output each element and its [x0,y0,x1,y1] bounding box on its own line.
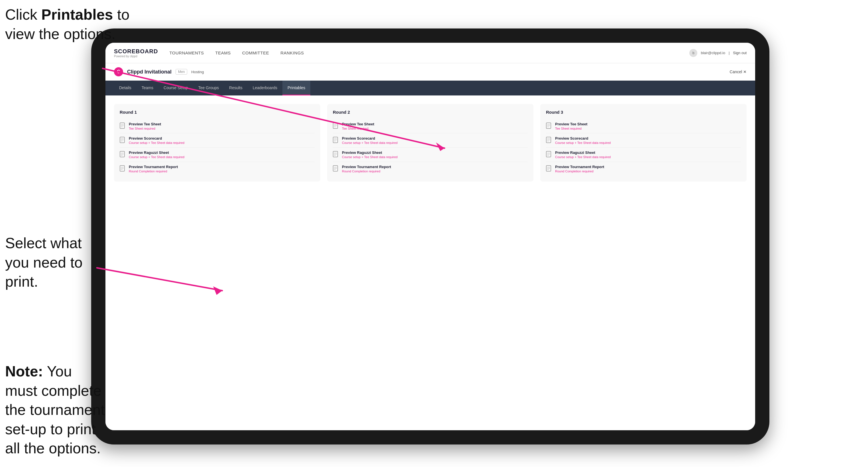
sign-out-link[interactable]: Sign out [733,51,747,55]
logo-title: SCOREBOARD [114,48,158,55]
r2-raguzzi-text: Preview Raguzzi Sheet Course setup + Tee… [342,150,398,159]
nav-rankings[interactable]: RANKINGS [280,51,304,55]
tab-printables[interactable]: Printables [282,81,310,95]
r3-raguzzi-subtitle: Course setup + Tee Sheet data required [555,155,611,159]
annotation-top: Click Printables toview the options. [5,5,129,43]
tournament-logo: C [114,67,123,76]
app-container: SCOREBOARD Powered by clippd TOURNAMENTS… [105,43,755,430]
scoreboard-logo: SCOREBOARD Powered by clippd [114,48,158,58]
r3-scorecard-subtitle: Course setup + Tee Sheet data required [555,141,611,145]
tab-tee-groups[interactable]: Tee Groups [193,81,224,95]
r3-report-text: Preview Tournament Report Round Completi… [555,165,604,173]
r2-raguzzi-title: Preview Raguzzi Sheet [342,150,398,155]
r2-tee-sheet-title: Preview Tee Sheet [342,122,374,126]
r3-tournament-report[interactable]: Preview Tournament Report Round Completi… [546,162,741,176]
r1-tee-sheet[interactable]: Preview Tee Sheet Tee Sheet required [120,119,315,133]
r1-tee-sheet-text: Preview Tee Sheet Tee Sheet required [129,122,161,130]
r1-scorecard-title: Preview Scorecard [129,136,184,141]
tab-results[interactable]: Results [224,81,248,95]
r3-raguzzi-text: Preview Raguzzi Sheet Course setup + Tee… [555,150,611,159]
top-nav-links: TOURNAMENTS TEAMS COMMITTEE RANKINGS [169,51,689,55]
r3-tee-sheet-subtitle: Tee Sheet required [555,127,587,130]
cancel-button[interactable]: Cancel ✕ [730,69,747,74]
tournament-title-row: C Clippd Invitational Men Hosting [114,67,204,76]
tournament-badge: Men [176,69,187,75]
r3-raguzzi-title: Preview Raguzzi Sheet [555,150,611,155]
rounds-grid: Round 1 Preview Tee Sheet Tee [114,104,747,182]
document-icon [120,123,126,130]
r3-tee-sheet-text: Preview Tee Sheet Tee Sheet required [555,122,587,130]
tournament-header: C Clippd Invitational Men Hosting Cancel… [105,63,755,81]
tab-course-setup[interactable]: Course Setup [158,81,193,95]
round-2-title: Round 2 [333,110,528,115]
sub-nav: Details Teams Course Setup Tee Groups Re… [105,81,755,95]
r1-report-text: Preview Tournament Report Round Completi… [129,165,178,173]
tablet-frame: SCOREBOARD Powered by clippd TOURNAMENTS… [91,29,769,444]
r2-doc-icon-3 [333,151,339,158]
r2-scorecard-title: Preview Scorecard [342,136,398,141]
r1-tee-sheet-title: Preview Tee Sheet [129,122,161,126]
round-3-title: Round 3 [546,110,741,115]
r3-raguzzi[interactable]: Preview Raguzzi Sheet Course setup + Tee… [546,148,741,162]
tournament-status: Hosting [191,70,204,74]
r1-tournament-report[interactable]: Preview Tournament Report Round Completi… [120,162,315,176]
r1-raguzzi-subtitle: Course setup + Tee Sheet data required [129,155,184,159]
logo-sub: Powered by clippd [114,55,158,58]
nav-teams[interactable]: TEAMS [215,51,231,55]
r2-tournament-report[interactable]: Preview Tournament Report Round Completi… [333,162,528,176]
r1-scorecard-text: Preview Scorecard Course setup + Tee She… [129,136,184,145]
r3-scorecard[interactable]: Preview Scorecard Course setup + Tee She… [546,133,741,148]
tablet-screen: SCOREBOARD Powered by clippd TOURNAMENTS… [105,43,755,430]
r1-tee-sheet-subtitle: Tee Sheet required [129,127,161,130]
r2-scorecard[interactable]: Preview Scorecard Course setup + Tee She… [333,133,528,148]
r1-raguzzi-text: Preview Raguzzi Sheet Course setup + Tee… [129,150,184,159]
annotation-middle: Select what you need to print. [5,234,96,291]
annotation-bold: Printables [41,6,113,23]
r3-doc-icon-3 [546,151,552,158]
r2-raguzzi[interactable]: Preview Raguzzi Sheet Course setup + Tee… [333,148,528,162]
round-3-section: Round 3 Preview Tee Sheet Tee [540,104,747,182]
top-nav-right: b blair@clippd.io | Sign out [689,49,747,57]
r1-raguzzi-title: Preview Raguzzi Sheet [129,150,184,155]
r3-tee-sheet[interactable]: Preview Tee Sheet Tee Sheet required [546,119,741,133]
r2-tee-sheet-text: Preview Tee Sheet Tee Sheet required [342,122,374,130]
r2-report-title: Preview Tournament Report [342,165,391,169]
nav-committee[interactable]: COMMITTEE [242,51,269,55]
r3-scorecard-title: Preview Scorecard [555,136,611,141]
tab-teams[interactable]: Teams [136,81,158,95]
r2-scorecard-subtitle: Course setup + Tee Sheet data required [342,141,398,145]
tab-leaderboards[interactable]: Leaderboards [248,81,282,95]
document-icon-4 [120,165,126,173]
r3-scorecard-text: Preview Scorecard Course setup + Tee She… [555,136,611,145]
r2-report-subtitle: Round Completion required [342,169,391,173]
r2-raguzzi-subtitle: Course setup + Tee Sheet data required [342,155,398,159]
r1-report-title: Preview Tournament Report [129,165,178,169]
round-2-section: Round 2 Preview Tee Sheet Tee [327,104,533,182]
r2-doc-icon-4 [333,165,339,173]
r2-report-text: Preview Tournament Report Round Completi… [342,165,391,173]
tab-details[interactable]: Details [114,81,136,95]
r2-tee-sheet-subtitle: Tee Sheet required [342,127,374,130]
user-avatar: b [689,49,697,57]
top-nav: SCOREBOARD Powered by clippd TOURNAMENTS… [105,43,755,63]
annotation-bottom: Note: You must complete the tournament s… [5,362,105,458]
nav-separator: | [728,51,730,55]
round-1-title: Round 1 [120,110,315,115]
r3-doc-icon-1 [546,123,552,130]
round-1-section: Round 1 Preview Tee Sheet Tee [114,104,320,182]
r3-tee-sheet-title: Preview Tee Sheet [555,122,587,126]
r1-scorecard[interactable]: Preview Scorecard Course setup + Tee She… [120,133,315,148]
tournament-name: Clippd Invitational [127,69,172,75]
r3-report-title: Preview Tournament Report [555,165,604,169]
r1-report-subtitle: Round Completion required [129,169,178,173]
r2-doc-icon-2 [333,137,339,144]
document-icon-2 [120,137,126,144]
nav-tournaments[interactable]: TOURNAMENTS [169,51,204,55]
r2-tee-sheet[interactable]: Preview Tee Sheet Tee Sheet required [333,119,528,133]
main-content: Round 1 Preview Tee Sheet Tee [105,95,755,430]
r1-raguzzi[interactable]: Preview Raguzzi Sheet Course setup + Tee… [120,148,315,162]
r3-doc-icon-4 [546,165,552,173]
r2-scorecard-text: Preview Scorecard Course setup + Tee She… [342,136,398,145]
user-email: blair@clippd.io [701,51,725,55]
r1-scorecard-subtitle: Course setup + Tee Sheet data required [129,141,184,145]
